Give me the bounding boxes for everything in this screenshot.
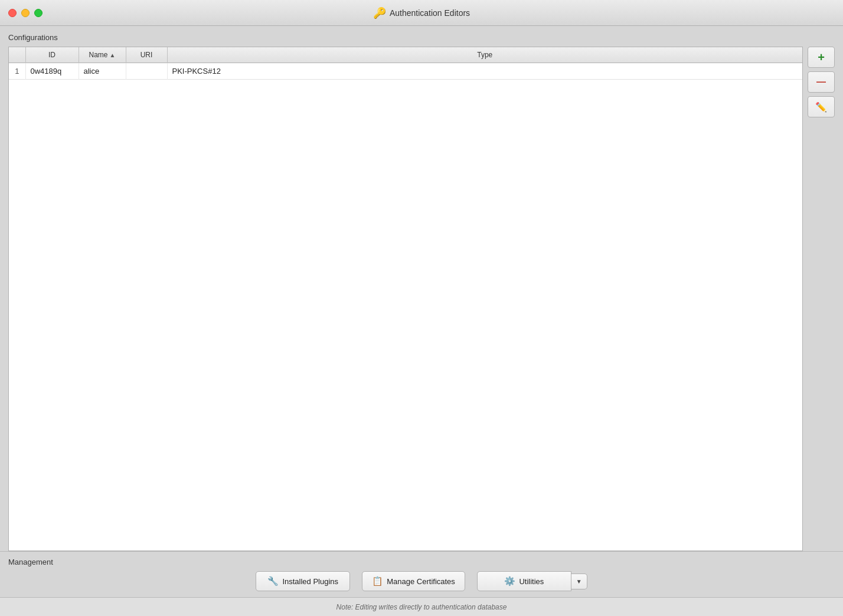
certificates-label: Manage Certificates <box>387 577 455 586</box>
table-row[interactable]: 10w4189qalicePKI-PKCS#12 <box>9 63 802 80</box>
management-area: Management 🔧 Installed Plugins 📋 Manage … <box>0 551 843 597</box>
main-content: Configurations ID <box>0 26 843 551</box>
chevron-down-icon: ▼ <box>576 578 582 585</box>
cell-type: PKI-PKCS#12 <box>167 63 802 80</box>
add-button[interactable]: + <box>808 47 835 68</box>
utilities-button-group: ⚙️ Utilities ▼ <box>477 571 587 591</box>
utilities-label: Utilities <box>519 577 544 586</box>
certificates-icon: 📋 <box>372 576 383 586</box>
cell-name: alice <box>79 63 126 80</box>
table-container: ID Name ▲ URI Type 10w4189qalicePKI-PKCS… <box>8 47 835 551</box>
col-header-uri[interactable]: URI <box>126 47 167 63</box>
cell-id: 0w4189q <box>25 63 79 80</box>
col-header-id[interactable]: ID <box>25 47 79 63</box>
utilities-icon: ⚙️ <box>504 576 515 586</box>
remove-button[interactable]: — <box>808 71 835 93</box>
side-buttons: + — ✏️ <box>808 47 835 551</box>
cell-uri <box>126 63 167 80</box>
edit-icon: ✏️ <box>815 101 827 113</box>
col-header-name[interactable]: Name ▲ <box>79 47 126 63</box>
plugins-label: Installed Plugins <box>282 577 338 586</box>
management-label: Management <box>8 558 835 566</box>
note-text: Note: Editing writes directly to authent… <box>336 603 507 611</box>
window-controls <box>8 9 43 17</box>
remove-icon: — <box>816 77 826 87</box>
plugins-icon: 🔧 <box>267 576 279 586</box>
maximize-button[interactable] <box>34 9 43 17</box>
minimize-button[interactable] <box>21 9 30 17</box>
configurations-label: Configurations <box>8 33 835 42</box>
add-icon: + <box>818 51 825 64</box>
col-header-type[interactable]: Type <box>167 47 802 63</box>
management-buttons: 🔧 Installed Plugins 📋 Manage Certificate… <box>8 571 835 591</box>
configurations-table: ID Name ▲ URI Type 10w4189qalicePKI-PKCS… <box>9 47 802 80</box>
configurations-table-wrapper: ID Name ▲ URI Type 10w4189qalicePKI-PKCS… <box>8 47 803 551</box>
app-icon: 🔑 <box>373 6 386 19</box>
note-area: Note: Editing writes directly to authent… <box>0 597 843 616</box>
titlebar: 🔑 Authentication Editors <box>0 0 843 26</box>
cell-num: 1 <box>9 63 25 80</box>
col-header-num[interactable] <box>9 47 25 63</box>
sort-arrow-icon: ▲ <box>110 52 116 58</box>
edit-button[interactable]: ✏️ <box>808 96 835 117</box>
manage-certificates-button[interactable]: 📋 Manage Certificates <box>362 571 465 591</box>
close-button[interactable] <box>8 9 17 17</box>
utilities-dropdown-button[interactable]: ▼ <box>571 574 587 589</box>
window-title: 🔑 Authentication Editors <box>373 6 470 19</box>
col-header-name-text: Name <box>89 51 108 59</box>
installed-plugins-button[interactable]: 🔧 Installed Plugins <box>256 571 350 591</box>
utilities-button[interactable]: ⚙️ Utilities <box>477 571 571 591</box>
window-title-text: Authentication Editors <box>390 8 470 18</box>
